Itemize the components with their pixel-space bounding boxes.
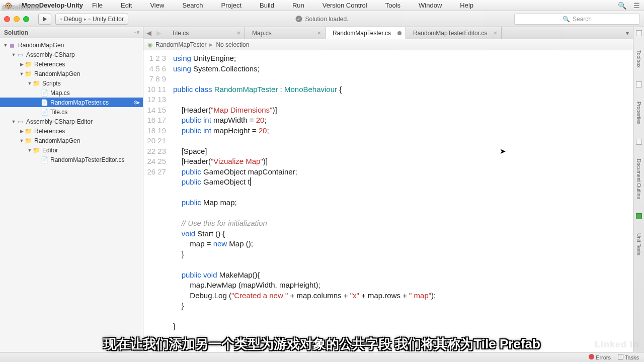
tree-item-assembly-csharp-editor[interactable]: ▼▭Assembly-CSharp-Editor <box>0 117 143 126</box>
tab-overflow-icon[interactable]: ▾ <box>622 27 633 39</box>
code-editor[interactable]: 1 2 3 4 5 6 7 8 9 10 11 12 13 14 15 16 1… <box>143 50 633 352</box>
tree-item-references[interactable]: ▶📁References <box>0 126 143 136</box>
search-icon[interactable]: 🔍 <box>618 2 626 10</box>
class-icon: ◉ <box>147 41 152 48</box>
window-controls <box>4 16 29 22</box>
menu-tools[interactable]: Tools <box>385 2 400 9</box>
close-tab-icon[interactable]: × <box>236 29 240 37</box>
task-icon <box>618 354 623 359</box>
tree-item-randommaptestereditor-cs[interactable]: 📄RandomMapTesterEditor.cs <box>0 155 143 164</box>
tab-map-cs[interactable]: Map.cs× <box>245 27 326 39</box>
minimize-icon[interactable] <box>14 16 20 22</box>
solution-status: ✓Solution loaded. <box>295 16 348 23</box>
menu-version-control[interactable]: Version Control <box>323 2 367 9</box>
close-tab-icon[interactable]: × <box>494 29 498 37</box>
tree-item-assembly-csharp[interactable]: ▼▭Assembly-CSharp <box>0 50 143 59</box>
menu-search[interactable]: Search <box>182 2 203 9</box>
rail-icon-1[interactable] <box>636 81 642 87</box>
right-rail: ToolboxPropertiesDocument OutlineUnit Te… <box>633 27 644 352</box>
errors-button[interactable]: Errors <box>589 354 611 360</box>
tree-item-randommapgen[interactable]: ▼◼RandomMapGen <box>0 40 143 50</box>
menubar: 🐵 MonoDevelop-Unity FileEditViewSearchPr… <box>0 0 644 11</box>
app-name: MonoDevelop-Unity <box>22 2 83 9</box>
tab-randommaptestereditor-cs[interactable]: RandomMapTesterEditor.cs× <box>406 27 502 39</box>
rail-unit-tests[interactable]: Unit Tests <box>636 233 641 255</box>
code-content[interactable]: using UnityEngine; using System.Collecti… <box>171 50 633 352</box>
apple-logo-icon: 🐵 <box>4 2 13 10</box>
dirty-icon <box>397 31 401 35</box>
tab-tile-cs[interactable]: Tile.cs× <box>165 27 245 39</box>
tree-item-editor[interactable]: ▼📁Editor <box>0 145 143 155</box>
zoom-icon[interactable] <box>23 16 29 22</box>
panel-header: Solution ▫ × <box>0 27 143 38</box>
menu-run[interactable]: Run <box>292 2 304 9</box>
tree-item-randommapgen[interactable]: ▼📁RandomMapGen <box>0 69 143 78</box>
close-tab-icon[interactable]: × <box>317 29 321 37</box>
tab-bar: ◀ ▶ Tile.cs×Map.cs×RandomMapTester.csRan… <box>143 27 633 39</box>
rail-toolbox[interactable]: Toolbox <box>636 50 641 67</box>
play-icon <box>43 17 47 22</box>
tree-item-randommaptester-cs[interactable]: 📄RandomMapTester.cs⊙▸ <box>0 98 143 107</box>
rail-icon-3[interactable] <box>636 213 642 219</box>
editor-area: ◀ ▶ Tile.cs×Map.cs×RandomMapTester.csRan… <box>143 27 633 352</box>
nav-back-icon[interactable]: ◀ <box>146 29 151 37</box>
menu-view[interactable]: View <box>150 2 164 9</box>
menu-help[interactable]: Help <box>460 2 473 9</box>
error-icon <box>589 354 594 359</box>
menu-project[interactable]: Project <box>221 2 242 9</box>
run-button[interactable] <box>38 14 51 25</box>
config-selector[interactable]: ▫ Debug ▸ ▫ Unity Editor <box>55 14 128 25</box>
tree-item-references[interactable]: ▶📁References <box>0 59 143 69</box>
rail-icon-2[interactable] <box>636 139 642 145</box>
rail-document-outline[interactable]: Document Outline <box>636 159 641 199</box>
menu-edit[interactable]: Edit <box>121 2 132 9</box>
tree-item-scripts[interactable]: ▼📁Scripts <box>0 78 143 88</box>
status-bar: Errors Tasks <box>0 352 644 362</box>
menu-file[interactable]: File <box>92 2 103 9</box>
rail-properties[interactable]: Properties <box>636 102 641 125</box>
toolbar: ▫ Debug ▸ ▫ Unity Editor ✓Solution loade… <box>0 11 644 27</box>
menu-build[interactable]: Build <box>260 2 274 9</box>
tree-item-map-cs[interactable]: 📄Map.cs <box>0 88 143 98</box>
breadcrumb-detail: No selection <box>216 41 249 48</box>
tree-item-randommapgen[interactable]: ▼📁RandomMapGen <box>0 136 143 145</box>
solution-panel: Solution ▫ × ▼◼RandomMapGen▼▭Assembly-CS… <box>0 27 143 352</box>
breadcrumb[interactable]: ◉ RandomMapTester ▶ No selection <box>143 39 633 50</box>
rail-icon-0[interactable] <box>636 30 642 36</box>
close-icon[interactable] <box>4 16 10 22</box>
tree-item-tile-cs[interactable]: 📄Tile.cs <box>0 107 143 117</box>
tasks-button[interactable]: Tasks <box>618 354 639 360</box>
list-icon[interactable]: ☰ <box>633 2 640 10</box>
tab-randommaptester-cs[interactable]: RandomMapTester.cs <box>326 27 406 39</box>
search-input[interactable]: 🔍 Search <box>514 14 640 25</box>
breadcrumb-class: RandomMapTester <box>155 41 206 48</box>
check-icon: ✓ <box>295 16 302 22</box>
menu-window[interactable]: Window <box>419 2 442 9</box>
chevron-right-icon: ▶ <box>209 42 213 47</box>
nav-fwd-icon[interactable]: ▶ <box>156 29 162 37</box>
line-gutter: 1 2 3 4 5 6 7 8 9 10 11 12 13 14 15 16 1… <box>143 50 171 352</box>
panel-options-icon[interactable]: ▫ × <box>134 30 139 35</box>
solution-tree[interactable]: ▼◼RandomMapGen▼▭Assembly-CSharp▶📁Referen… <box>0 38 143 166</box>
